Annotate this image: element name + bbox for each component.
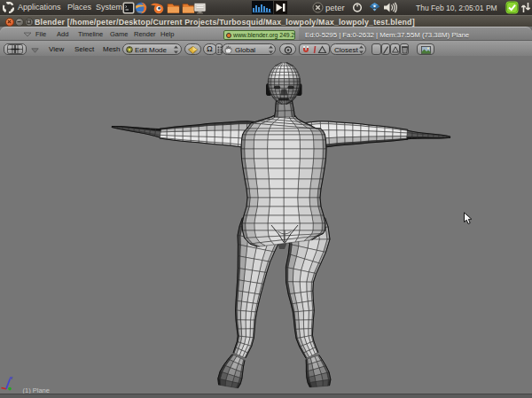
svg-text:z: z (10, 375, 13, 380)
